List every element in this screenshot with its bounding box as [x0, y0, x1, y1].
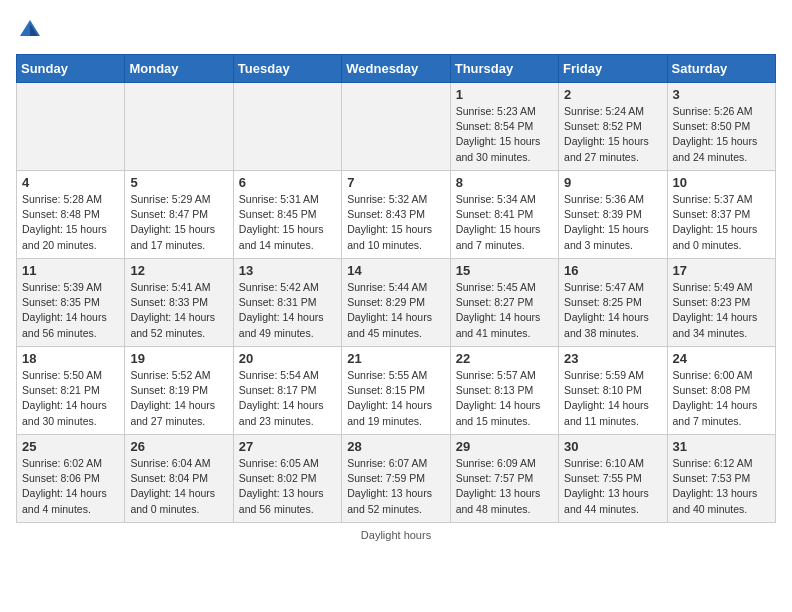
calendar-table: SundayMondayTuesdayWednesdayThursdayFrid… — [16, 54, 776, 523]
calendar-cell: 8Sunrise: 5:34 AM Sunset: 8:41 PM Daylig… — [450, 171, 558, 259]
day-number: 9 — [564, 175, 661, 190]
day-info: Sunrise: 6:12 AM Sunset: 7:53 PM Dayligh… — [673, 456, 770, 517]
page-header — [16, 16, 776, 44]
logo — [16, 16, 48, 44]
col-header-sunday: Sunday — [17, 55, 125, 83]
calendar-cell — [342, 83, 450, 171]
calendar-cell: 3Sunrise: 5:26 AM Sunset: 8:50 PM Daylig… — [667, 83, 775, 171]
day-number: 27 — [239, 439, 336, 454]
day-info: Sunrise: 5:39 AM Sunset: 8:35 PM Dayligh… — [22, 280, 119, 341]
day-number: 2 — [564, 87, 661, 102]
day-number: 7 — [347, 175, 444, 190]
day-info: Sunrise: 5:26 AM Sunset: 8:50 PM Dayligh… — [673, 104, 770, 165]
calendar-cell: 28Sunrise: 6:07 AM Sunset: 7:59 PM Dayli… — [342, 435, 450, 523]
day-number: 29 — [456, 439, 553, 454]
day-number: 16 — [564, 263, 661, 278]
day-info: Sunrise: 6:02 AM Sunset: 8:06 PM Dayligh… — [22, 456, 119, 517]
col-header-tuesday: Tuesday — [233, 55, 341, 83]
day-number: 31 — [673, 439, 770, 454]
calendar-cell: 7Sunrise: 5:32 AM Sunset: 8:43 PM Daylig… — [342, 171, 450, 259]
day-info: Sunrise: 5:52 AM Sunset: 8:19 PM Dayligh… — [130, 368, 227, 429]
day-number: 30 — [564, 439, 661, 454]
day-info: Sunrise: 5:31 AM Sunset: 8:45 PM Dayligh… — [239, 192, 336, 253]
col-header-saturday: Saturday — [667, 55, 775, 83]
col-header-wednesday: Wednesday — [342, 55, 450, 83]
calendar-cell: 20Sunrise: 5:54 AM Sunset: 8:17 PM Dayli… — [233, 347, 341, 435]
calendar-cell: 19Sunrise: 5:52 AM Sunset: 8:19 PM Dayli… — [125, 347, 233, 435]
day-number: 14 — [347, 263, 444, 278]
calendar-cell: 13Sunrise: 5:42 AM Sunset: 8:31 PM Dayli… — [233, 259, 341, 347]
calendar-cell — [17, 83, 125, 171]
day-info: Sunrise: 6:04 AM Sunset: 8:04 PM Dayligh… — [130, 456, 227, 517]
day-info: Sunrise: 5:29 AM Sunset: 8:47 PM Dayligh… — [130, 192, 227, 253]
day-number: 8 — [456, 175, 553, 190]
day-info: Sunrise: 5:34 AM Sunset: 8:41 PM Dayligh… — [456, 192, 553, 253]
day-number: 3 — [673, 87, 770, 102]
day-info: Sunrise: 5:36 AM Sunset: 8:39 PM Dayligh… — [564, 192, 661, 253]
calendar-week-row: 11Sunrise: 5:39 AM Sunset: 8:35 PM Dayli… — [17, 259, 776, 347]
day-number: 24 — [673, 351, 770, 366]
day-info: Sunrise: 5:49 AM Sunset: 8:23 PM Dayligh… — [673, 280, 770, 341]
day-info: Sunrise: 5:42 AM Sunset: 8:31 PM Dayligh… — [239, 280, 336, 341]
calendar-cell — [125, 83, 233, 171]
day-number: 20 — [239, 351, 336, 366]
day-info: Sunrise: 5:55 AM Sunset: 8:15 PM Dayligh… — [347, 368, 444, 429]
calendar-header-row: SundayMondayTuesdayWednesdayThursdayFrid… — [17, 55, 776, 83]
calendar-cell: 16Sunrise: 5:47 AM Sunset: 8:25 PM Dayli… — [559, 259, 667, 347]
col-header-monday: Monday — [125, 55, 233, 83]
calendar-cell: 21Sunrise: 5:55 AM Sunset: 8:15 PM Dayli… — [342, 347, 450, 435]
day-number: 4 — [22, 175, 119, 190]
calendar-week-row: 18Sunrise: 5:50 AM Sunset: 8:21 PM Dayli… — [17, 347, 776, 435]
day-number: 13 — [239, 263, 336, 278]
day-info: Sunrise: 5:47 AM Sunset: 8:25 PM Dayligh… — [564, 280, 661, 341]
day-info: Sunrise: 5:57 AM Sunset: 8:13 PM Dayligh… — [456, 368, 553, 429]
calendar-cell — [233, 83, 341, 171]
calendar-cell: 29Sunrise: 6:09 AM Sunset: 7:57 PM Dayli… — [450, 435, 558, 523]
calendar-cell: 4Sunrise: 5:28 AM Sunset: 8:48 PM Daylig… — [17, 171, 125, 259]
day-number: 11 — [22, 263, 119, 278]
calendar-week-row: 1Sunrise: 5:23 AM Sunset: 8:54 PM Daylig… — [17, 83, 776, 171]
day-number: 26 — [130, 439, 227, 454]
day-number: 18 — [22, 351, 119, 366]
day-number: 1 — [456, 87, 553, 102]
day-info: Sunrise: 6:00 AM Sunset: 8:08 PM Dayligh… — [673, 368, 770, 429]
col-header-friday: Friday — [559, 55, 667, 83]
calendar-cell: 25Sunrise: 6:02 AM Sunset: 8:06 PM Dayli… — [17, 435, 125, 523]
calendar-cell: 11Sunrise: 5:39 AM Sunset: 8:35 PM Dayli… — [17, 259, 125, 347]
calendar-cell: 17Sunrise: 5:49 AM Sunset: 8:23 PM Dayli… — [667, 259, 775, 347]
day-number: 17 — [673, 263, 770, 278]
day-number: 12 — [130, 263, 227, 278]
day-number: 28 — [347, 439, 444, 454]
day-number: 15 — [456, 263, 553, 278]
calendar-cell: 23Sunrise: 5:59 AM Sunset: 8:10 PM Dayli… — [559, 347, 667, 435]
calendar-cell: 22Sunrise: 5:57 AM Sunset: 8:13 PM Dayli… — [450, 347, 558, 435]
calendar-cell: 6Sunrise: 5:31 AM Sunset: 8:45 PM Daylig… — [233, 171, 341, 259]
col-header-thursday: Thursday — [450, 55, 558, 83]
day-info: Sunrise: 5:37 AM Sunset: 8:37 PM Dayligh… — [673, 192, 770, 253]
calendar-cell: 5Sunrise: 5:29 AM Sunset: 8:47 PM Daylig… — [125, 171, 233, 259]
day-info: Sunrise: 5:24 AM Sunset: 8:52 PM Dayligh… — [564, 104, 661, 165]
calendar-cell: 14Sunrise: 5:44 AM Sunset: 8:29 PM Dayli… — [342, 259, 450, 347]
day-info: Sunrise: 5:23 AM Sunset: 8:54 PM Dayligh… — [456, 104, 553, 165]
logo-icon — [16, 16, 44, 44]
calendar-cell: 2Sunrise: 5:24 AM Sunset: 8:52 PM Daylig… — [559, 83, 667, 171]
day-number: 22 — [456, 351, 553, 366]
day-info: Sunrise: 6:10 AM Sunset: 7:55 PM Dayligh… — [564, 456, 661, 517]
day-info: Sunrise: 5:54 AM Sunset: 8:17 PM Dayligh… — [239, 368, 336, 429]
calendar-cell: 24Sunrise: 6:00 AM Sunset: 8:08 PM Dayli… — [667, 347, 775, 435]
day-info: Sunrise: 5:50 AM Sunset: 8:21 PM Dayligh… — [22, 368, 119, 429]
day-info: Sunrise: 6:07 AM Sunset: 7:59 PM Dayligh… — [347, 456, 444, 517]
day-number: 23 — [564, 351, 661, 366]
day-info: Sunrise: 5:41 AM Sunset: 8:33 PM Dayligh… — [130, 280, 227, 341]
day-info: Sunrise: 5:45 AM Sunset: 8:27 PM Dayligh… — [456, 280, 553, 341]
calendar-cell: 27Sunrise: 6:05 AM Sunset: 8:02 PM Dayli… — [233, 435, 341, 523]
calendar-cell: 15Sunrise: 5:45 AM Sunset: 8:27 PM Dayli… — [450, 259, 558, 347]
day-number: 6 — [239, 175, 336, 190]
day-number: 21 — [347, 351, 444, 366]
day-number: 25 — [22, 439, 119, 454]
day-number: 10 — [673, 175, 770, 190]
calendar-cell: 31Sunrise: 6:12 AM Sunset: 7:53 PM Dayli… — [667, 435, 775, 523]
calendar-cell: 26Sunrise: 6:04 AM Sunset: 8:04 PM Dayli… — [125, 435, 233, 523]
day-info: Sunrise: 5:59 AM Sunset: 8:10 PM Dayligh… — [564, 368, 661, 429]
day-info: Sunrise: 5:32 AM Sunset: 8:43 PM Dayligh… — [347, 192, 444, 253]
